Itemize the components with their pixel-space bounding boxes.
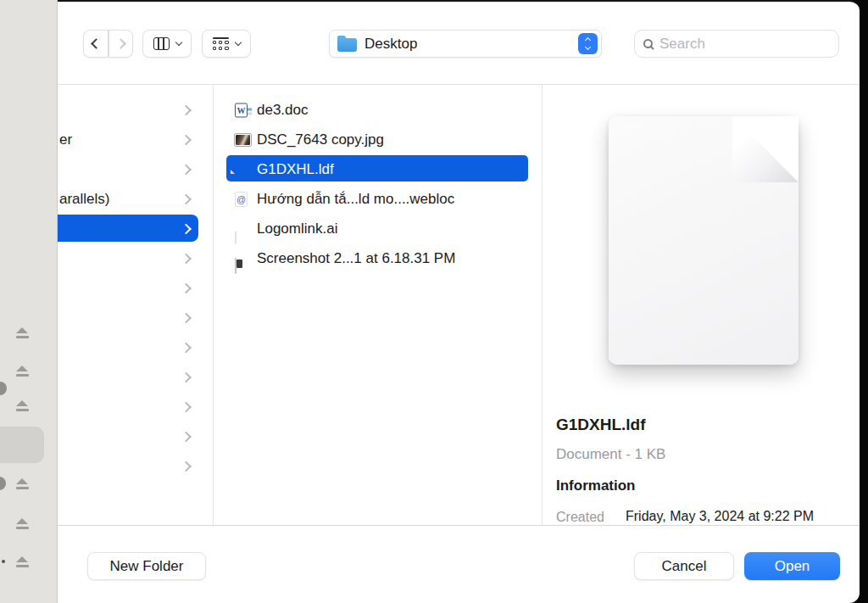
forward-button[interactable] xyxy=(108,30,133,58)
file-row-selected[interactable]: G1DXHL.ldf xyxy=(213,154,542,184)
preview-created-value: Friday, May 3, 2024 at 9:22 PM xyxy=(626,509,814,524)
file-name: Logomlink.ai xyxy=(257,221,337,237)
volume-icon xyxy=(0,382,7,395)
sidebar-item[interactable] xyxy=(58,273,213,303)
preview-kind-size: Document - 1 KB xyxy=(556,446,665,463)
sidebar-item[interactable] xyxy=(58,332,213,362)
footer-divider xyxy=(58,525,860,526)
sidebar-item[interactable] xyxy=(58,392,213,422)
search-icon xyxy=(643,39,653,48)
file-row[interactable]: @ Hướng dẫn tắ...ld mo....webloc xyxy=(213,184,542,214)
webloc-icon: @ xyxy=(235,192,248,207)
chevron-right-icon xyxy=(181,253,192,264)
chevron-right-icon xyxy=(181,223,192,234)
chevron-right-icon xyxy=(181,164,192,175)
eject-icon[interactable] xyxy=(15,478,30,489)
file-row[interactable]: DSC_7643 copy.jpg xyxy=(213,125,542,154)
chevron-right-icon xyxy=(181,134,192,145)
file-row[interactable]: W de3.doc xyxy=(213,95,542,125)
cancel-button[interactable]: Cancel xyxy=(634,552,734,580)
stepper-icon[interactable] xyxy=(578,33,598,54)
sidebar-item[interactable] xyxy=(58,243,213,273)
sidebar-item-selected[interactable] xyxy=(58,214,213,243)
folder-icon xyxy=(337,38,357,52)
dialog-toolbar: Desktop xyxy=(58,2,860,84)
preview-filename: G1DXHL.ldf xyxy=(556,416,646,434)
sidebar-item-label: arallels) xyxy=(59,191,110,208)
chevron-right-icon xyxy=(181,461,192,472)
back-button[interactable] xyxy=(83,30,108,58)
chevron-up-icon xyxy=(585,37,591,43)
file-name: G1DXHL.ldf xyxy=(257,161,334,178)
eject-icon[interactable] xyxy=(15,518,30,529)
column-view-button[interactable] xyxy=(142,30,192,58)
screenshot-thumbnail-icon xyxy=(235,258,236,274)
preview-info-header: Information xyxy=(556,477,636,494)
sidebar-item-label: er xyxy=(59,131,72,148)
chevron-right-icon xyxy=(181,312,192,323)
file-name: de3.doc xyxy=(257,102,309,119)
search-input[interactable] xyxy=(659,36,830,53)
file-name: DSC_7643 copy.jpg xyxy=(257,131,384,148)
image-thumbnail-icon xyxy=(235,134,251,146)
sidebar-item[interactable] xyxy=(58,95,213,125)
preview-created-label: Created xyxy=(556,510,604,525)
eject-icon[interactable] xyxy=(15,556,30,567)
eject-icon[interactable] xyxy=(15,366,30,377)
open-button[interactable]: Open xyxy=(744,552,840,580)
file-name: Screenshot 2...1 at 6.18.31 PM xyxy=(257,250,455,267)
chevron-right-icon xyxy=(115,38,126,49)
volume-icon xyxy=(0,477,6,490)
sidebar-item[interactable] xyxy=(58,303,213,332)
background-sidebar-selected-item[interactable] xyxy=(0,427,44,463)
sidebar-item[interactable] xyxy=(58,362,213,392)
grid-view-button[interactable] xyxy=(202,30,251,58)
sidebar-item[interactable] xyxy=(58,422,213,451)
chevron-right-icon xyxy=(181,401,192,412)
file-row[interactable]: Logomlink.ai xyxy=(213,214,542,243)
chevron-right-icon xyxy=(181,282,192,293)
column-view-icon xyxy=(153,37,170,50)
file-open-dialog: Desktop er arallels) xyxy=(58,0,860,603)
chevron-right-icon xyxy=(181,371,192,382)
eject-icon[interactable] xyxy=(15,327,30,338)
sidebar-item[interactable] xyxy=(58,451,213,481)
preview-document-icon xyxy=(609,116,798,365)
sidebar-item[interactable] xyxy=(58,154,213,184)
ai-doc-icon xyxy=(235,228,236,244)
background-window-sidebar xyxy=(0,0,58,603)
sidebar-item[interactable]: arallels) xyxy=(58,184,213,214)
chevron-right-icon xyxy=(181,104,192,115)
chevron-left-icon xyxy=(91,38,102,49)
chevron-right-icon xyxy=(181,193,192,204)
location-dropdown[interactable]: Desktop xyxy=(329,30,602,58)
location-label: Desktop xyxy=(364,36,578,53)
chevron-down-icon xyxy=(234,38,241,45)
chevron-down-icon xyxy=(585,44,591,50)
new-folder-button[interactable]: New Folder xyxy=(87,552,206,580)
file-row[interactable]: Screenshot 2...1 at 6.18.31 PM xyxy=(213,243,542,273)
sidebar-item[interactable]: er xyxy=(58,125,213,154)
grid-view-icon xyxy=(213,37,229,51)
toolbar-divider xyxy=(58,84,860,85)
search-field[interactable] xyxy=(634,30,839,58)
eject-icon[interactable] xyxy=(15,400,30,411)
word-doc-icon: W xyxy=(235,103,248,117)
volume-icon xyxy=(2,560,5,563)
chevron-down-icon xyxy=(175,38,181,45)
column-divider xyxy=(542,85,542,525)
file-name: Hướng dẫn tắ...ld mo....webloc xyxy=(257,191,454,208)
chevron-right-icon xyxy=(181,342,192,353)
chevron-right-icon xyxy=(181,431,192,442)
